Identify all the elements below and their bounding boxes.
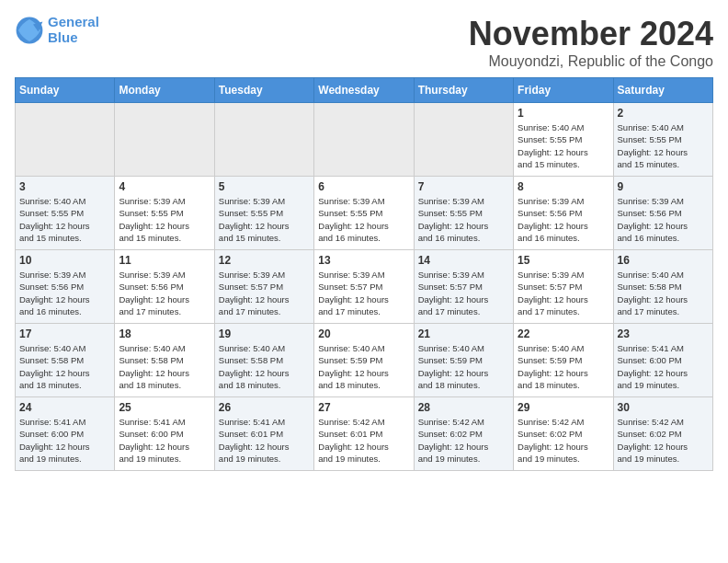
- day-number: 29: [518, 401, 609, 414]
- day-cell: 21Sunrise: 5:40 AM Sunset: 5:59 PM Dayli…: [414, 324, 513, 397]
- day-cell: 18Sunrise: 5:40 AM Sunset: 5:58 PM Dayli…: [115, 324, 214, 397]
- day-cell: 17Sunrise: 5:40 AM Sunset: 5:58 PM Dayli…: [16, 324, 115, 397]
- day-number: 11: [119, 254, 210, 267]
- title-area: November 2024 Mouyondzi, Republic of the…: [469, 15, 713, 70]
- day-info: Sunrise: 5:40 AM Sunset: 5:55 PM Dayligh…: [518, 121, 609, 170]
- day-info: Sunrise: 5:39 AM Sunset: 5:57 PM Dayligh…: [418, 269, 509, 317]
- day-number: 25: [119, 401, 210, 414]
- day-cell: 16Sunrise: 5:40 AM Sunset: 5:58 PM Dayli…: [613, 250, 712, 324]
- day-number: 15: [518, 254, 609, 267]
- logo-text-line1: General: [48, 15, 99, 30]
- header-row: Sunday Monday Tuesday Wednesday Thursday…: [16, 78, 713, 103]
- day-info: Sunrise: 5:39 AM Sunset: 5:55 PM Dayligh…: [418, 195, 509, 244]
- day-number: 13: [318, 254, 409, 267]
- day-cell: 4Sunrise: 5:39 AM Sunset: 5:55 PM Daylig…: [115, 177, 214, 250]
- day-number: 14: [418, 254, 509, 267]
- day-info: Sunrise: 5:40 AM Sunset: 5:55 PM Dayligh…: [19, 195, 110, 244]
- day-number: 28: [418, 401, 509, 414]
- day-cell: 13Sunrise: 5:39 AM Sunset: 5:57 PM Dayli…: [314, 250, 414, 324]
- col-thursday: Thursday: [414, 78, 513, 103]
- month-title: November 2024: [469, 15, 713, 53]
- day-cell: 10Sunrise: 5:39 AM Sunset: 5:56 PM Dayli…: [16, 250, 115, 324]
- day-cell: 24Sunrise: 5:41 AM Sunset: 6:00 PM Dayli…: [16, 397, 115, 471]
- day-number: 16: [618, 254, 709, 267]
- day-number: 18: [119, 327, 210, 340]
- day-info: Sunrise: 5:40 AM Sunset: 5:59 PM Dayligh…: [518, 342, 609, 391]
- day-cell: [314, 103, 414, 177]
- day-cell: 20Sunrise: 5:40 AM Sunset: 5:59 PM Dayli…: [314, 324, 414, 397]
- day-cell: 7Sunrise: 5:39 AM Sunset: 5:55 PM Daylig…: [414, 177, 513, 250]
- day-info: Sunrise: 5:42 AM Sunset: 6:02 PM Dayligh…: [418, 416, 509, 465]
- day-info: Sunrise: 5:42 AM Sunset: 6:02 PM Dayligh…: [518, 416, 609, 465]
- day-number: 4: [119, 180, 210, 193]
- day-number: 5: [219, 180, 310, 193]
- day-cell: 19Sunrise: 5:40 AM Sunset: 5:58 PM Dayli…: [214, 324, 313, 397]
- day-cell: 12Sunrise: 5:39 AM Sunset: 5:57 PM Dayli…: [214, 250, 313, 324]
- day-info: Sunrise: 5:41 AM Sunset: 6:00 PM Dayligh…: [19, 416, 110, 465]
- day-number: 19: [219, 327, 310, 340]
- day-cell: 6Sunrise: 5:39 AM Sunset: 5:55 PM Daylig…: [314, 177, 414, 250]
- day-cell: 1Sunrise: 5:40 AM Sunset: 5:55 PM Daylig…: [514, 103, 613, 177]
- day-number: 22: [518, 327, 609, 340]
- day-cell: 14Sunrise: 5:39 AM Sunset: 5:57 PM Dayli…: [414, 250, 513, 324]
- day-info: Sunrise: 5:42 AM Sunset: 6:01 PM Dayligh…: [318, 416, 409, 465]
- day-cell: 15Sunrise: 5:39 AM Sunset: 5:57 PM Dayli…: [514, 250, 613, 324]
- day-cell: 30Sunrise: 5:42 AM Sunset: 6:02 PM Dayli…: [613, 397, 712, 471]
- week-row-4: 17Sunrise: 5:40 AM Sunset: 5:58 PM Dayli…: [16, 324, 713, 397]
- day-number: 8: [518, 180, 609, 193]
- day-number: 3: [19, 180, 110, 193]
- day-cell: 8Sunrise: 5:39 AM Sunset: 5:56 PM Daylig…: [514, 177, 613, 250]
- day-info: Sunrise: 5:39 AM Sunset: 5:57 PM Dayligh…: [518, 269, 609, 317]
- day-cell: 28Sunrise: 5:42 AM Sunset: 6:02 PM Dayli…: [414, 397, 513, 471]
- logo-icon: [15, 16, 44, 45]
- day-info: Sunrise: 5:39 AM Sunset: 5:56 PM Dayligh…: [618, 195, 709, 244]
- day-cell: 5Sunrise: 5:39 AM Sunset: 5:55 PM Daylig…: [214, 177, 313, 250]
- day-cell: [16, 103, 115, 177]
- day-info: Sunrise: 5:41 AM Sunset: 6:00 PM Dayligh…: [618, 342, 709, 391]
- day-cell: 27Sunrise: 5:42 AM Sunset: 6:01 PM Dayli…: [314, 397, 414, 471]
- day-info: Sunrise: 5:40 AM Sunset: 5:59 PM Dayligh…: [318, 342, 409, 391]
- week-row-1: 1Sunrise: 5:40 AM Sunset: 5:55 PM Daylig…: [16, 103, 713, 177]
- day-cell: 25Sunrise: 5:41 AM Sunset: 6:00 PM Dayli…: [115, 397, 214, 471]
- day-cell: [214, 103, 313, 177]
- day-cell: [115, 103, 214, 177]
- col-saturday: Saturday: [613, 78, 712, 103]
- header: General Blue November 2024 Mouyondzi, Re…: [15, 15, 713, 70]
- week-row-3: 10Sunrise: 5:39 AM Sunset: 5:56 PM Dayli…: [16, 250, 713, 324]
- day-number: 26: [219, 401, 310, 414]
- day-number: 6: [318, 180, 409, 193]
- calendar-table: Sunday Monday Tuesday Wednesday Thursday…: [15, 77, 713, 471]
- day-info: Sunrise: 5:41 AM Sunset: 6:01 PM Dayligh…: [219, 416, 310, 465]
- day-cell: 22Sunrise: 5:40 AM Sunset: 5:59 PM Dayli…: [514, 324, 613, 397]
- day-info: Sunrise: 5:39 AM Sunset: 5:55 PM Dayligh…: [219, 195, 310, 244]
- day-info: Sunrise: 5:40 AM Sunset: 5:58 PM Dayligh…: [219, 342, 310, 391]
- day-number: 1: [518, 107, 609, 120]
- col-tuesday: Tuesday: [214, 78, 313, 103]
- day-number: 2: [618, 107, 709, 120]
- day-cell: [414, 103, 513, 177]
- day-info: Sunrise: 5:40 AM Sunset: 5:58 PM Dayligh…: [618, 269, 709, 317]
- day-cell: 29Sunrise: 5:42 AM Sunset: 6:02 PM Dayli…: [514, 397, 613, 471]
- day-cell: 2Sunrise: 5:40 AM Sunset: 5:55 PM Daylig…: [613, 103, 712, 177]
- day-info: Sunrise: 5:40 AM Sunset: 5:55 PM Dayligh…: [618, 121, 709, 170]
- day-number: 10: [19, 254, 110, 267]
- col-wednesday: Wednesday: [314, 78, 414, 103]
- col-friday: Friday: [514, 78, 613, 103]
- day-cell: 9Sunrise: 5:39 AM Sunset: 5:56 PM Daylig…: [613, 177, 712, 250]
- day-number: 17: [19, 327, 110, 340]
- day-number: 9: [618, 180, 709, 193]
- week-row-5: 24Sunrise: 5:41 AM Sunset: 6:00 PM Dayli…: [16, 397, 713, 471]
- day-info: Sunrise: 5:39 AM Sunset: 5:56 PM Dayligh…: [518, 195, 609, 244]
- day-cell: 23Sunrise: 5:41 AM Sunset: 6:00 PM Dayli…: [613, 324, 712, 397]
- day-number: 12: [219, 254, 310, 267]
- day-cell: 26Sunrise: 5:41 AM Sunset: 6:01 PM Dayli…: [214, 397, 313, 471]
- day-number: 20: [318, 327, 409, 340]
- day-number: 7: [418, 180, 509, 193]
- subtitle: Mouyondzi, Republic of the Congo: [469, 53, 713, 70]
- day-number: 24: [19, 401, 110, 414]
- day-cell: 3Sunrise: 5:40 AM Sunset: 5:55 PM Daylig…: [16, 177, 115, 250]
- day-info: Sunrise: 5:41 AM Sunset: 6:00 PM Dayligh…: [119, 416, 210, 465]
- col-monday: Monday: [115, 78, 214, 103]
- day-info: Sunrise: 5:39 AM Sunset: 5:56 PM Dayligh…: [19, 269, 110, 317]
- logo: General Blue: [15, 15, 99, 45]
